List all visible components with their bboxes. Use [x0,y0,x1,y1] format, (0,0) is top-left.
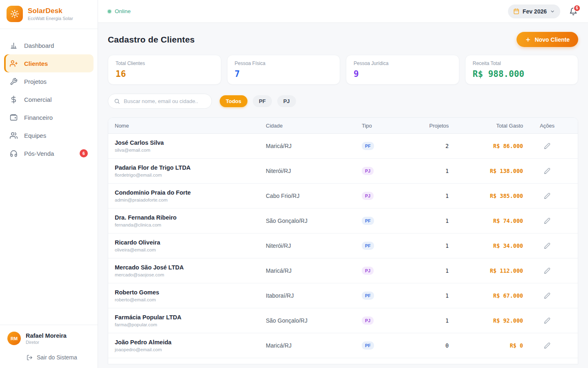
table-row[interactable]: Roberto Gomesroberto@email.comItaboraí/R… [108,283,578,308]
client-city: Itaboraí/RJ [266,292,362,299]
table-row[interactable]: Ricardo Oliveiraoliveira@email.comNiteró… [108,233,578,258]
client-projects: 1 [405,218,449,224]
search-icon [114,98,120,104]
headset-icon [10,149,18,157]
notifications-button[interactable]: 6 [569,7,577,16]
edit-client-button[interactable] [541,315,553,326]
search-box[interactable] [108,94,212,109]
edit-client-button[interactable] [541,265,553,276]
search-input[interactable] [124,98,206,104]
pencil-icon [544,292,550,299]
table-row[interactable]: Condomínio Praia do Forteadmin@praiadofo… [108,184,578,209]
column-header: Projetos [405,123,449,129]
notification-count-badge: 6 [573,4,581,12]
column-header: Tipo [362,123,405,129]
filter-pill-pj[interactable]: PJ [277,95,296,107]
stat-value: R$ 988.000 [473,69,571,79]
client-total: R$ 0 [449,342,523,349]
new-client-button[interactable]: Novo Cliente [517,32,578,47]
type-badge: PJ [362,167,374,175]
sidebar-item-financeiro[interactable]: Financeiro [4,108,94,126]
table-row[interactable]: Padaria Flor de Trigo LTDAflordetrigo@em… [108,159,578,184]
sidebar-item-label: Comercial [24,96,52,103]
sidebar-item-label: Equipes [24,132,46,139]
sidebar-item-dashboard[interactable]: Dashboard [4,36,94,54]
column-header: Cidade [266,123,362,129]
edit-client-button[interactable] [541,190,553,202]
dollar-icon [10,95,18,103]
pencil-icon [544,242,550,249]
pencil-icon [544,317,550,324]
stat-label: Total Clientes [116,61,214,66]
table-row[interactable]: Farmácia Popular LTDAfarma@popular.comSã… [108,308,578,333]
app-window: SolarDesk EcoWatt Energia Solar Dashboar… [0,0,588,368]
stat-value: 7 [235,69,333,79]
sidebar-badge: 6 [80,149,88,157]
edit-client-button[interactable] [541,165,553,177]
client-projects: 1 [405,242,449,249]
client-name: Mercado São José LTDA [115,264,266,271]
sidebar-item-pos-venda[interactable]: Pós-Venda6 [4,144,94,162]
online-status: Online [108,8,131,14]
edit-client-button[interactable] [541,340,553,351]
client-city: São Gonçalo/RJ [266,317,362,324]
type-badge: PJ [362,267,374,275]
client-city: Niterói/RJ [266,168,362,174]
table-row[interactable]: João Pedro Almeidajoaopedro@email.comMar… [108,333,578,358]
sidebar-item-equipes[interactable]: Equipes [4,126,94,144]
filter-pill-todos[interactable]: Todos [220,95,247,107]
type-badge: PJ [362,316,374,325]
table-row[interactable]: José Carlos Silvasilva@email.comMaricá/R… [108,134,578,159]
client-projects: 1 [405,267,449,274]
sidebar-footer: RM Rafael Moreira Diretor Sair do Sistem… [0,325,98,368]
client-name: João Pedro Almeida [115,339,266,346]
sidebar-item-label: Financeiro [24,114,53,121]
stat-value: 9 [354,69,452,79]
period-selector[interactable]: Fev 2026 [508,4,560,18]
client-email: silva@email.com [115,148,266,153]
client-name: Roberto Gomes [115,289,266,296]
type-badge: PJ [362,192,374,200]
table-row[interactable]: Mercado São José LTDAmercado@saojose.com… [108,258,578,283]
client-name: Farmácia Popular LTDA [115,314,266,321]
brand-block: SolarDesk EcoWatt Energia Solar [0,0,98,29]
column-header: Total Gasto [449,123,523,129]
column-header: Ações [523,123,571,129]
stats-row: Total Clientes16Pessoa Física7Pessoa Jur… [108,55,578,85]
client-projects: 2 [405,143,449,149]
logout-button[interactable]: Sair do Sistema [27,354,91,361]
stat-card: Pessoa Jurídica9 [346,55,459,85]
sidebar-item-comercial[interactable]: Comercial [4,90,94,108]
client-name: Dra. Fernanda Ribeiro [115,214,266,221]
edit-client-button[interactable] [541,140,553,152]
topbar: Online Fev 2026 6 [98,0,588,23]
table-header: NomeCidadeTipoProjetosTotal GastoAções [108,118,578,134]
stat-value: 16 [116,69,214,79]
client-total: R$ 74.000 [449,218,523,224]
client-email: fernanda@clinica.com [115,222,266,227]
sidebar-item-label: Clientes [24,60,48,67]
filter-pill-pf[interactable]: PF [253,95,272,107]
edit-client-button[interactable] [541,290,553,301]
table-row[interactable]: Dra. Fernanda Ribeirofernanda@clinica.co… [108,209,578,233]
pencil-icon [544,193,550,199]
sidebar-item-projetos[interactable]: Projetos [4,72,94,90]
client-total: R$ 138.000 [449,168,523,174]
client-total: R$ 385.000 [449,193,523,199]
sidebar-nav: DashboardClientesProjetosComercialFinanc… [0,29,98,325]
client-total: R$ 34.000 [449,242,523,249]
stat-card: Pessoa Física7 [227,55,341,85]
filter-pills: TodosPFPJ [220,95,296,107]
client-city: Maricá/RJ [266,267,362,274]
pencil-icon [544,267,550,274]
edit-client-button[interactable] [541,240,553,251]
calendar-icon [513,8,519,14]
edit-client-button[interactable] [541,215,553,227]
wallet-icon [10,113,18,121]
client-city: Niterói/RJ [266,242,362,249]
client-projects: 1 [405,193,449,199]
client-email: farma@popular.com [115,322,266,327]
sidebar-item-clientes[interactable]: Clientes [4,54,94,72]
client-city: Maricá/RJ [266,143,362,149]
sun-logo-icon [7,6,23,22]
